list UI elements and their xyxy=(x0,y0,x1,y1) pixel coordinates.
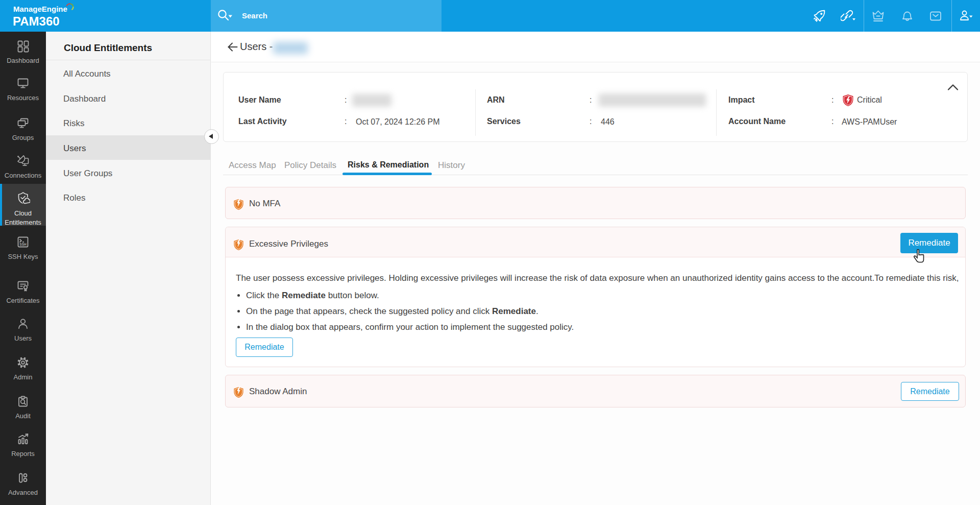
svg-text:SSH: SSH xyxy=(19,243,27,246)
